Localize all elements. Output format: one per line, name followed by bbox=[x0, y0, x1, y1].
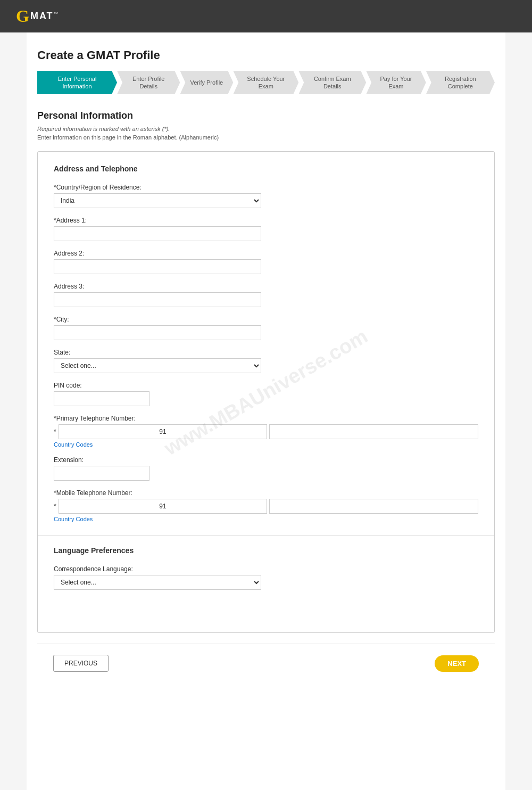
address3-input[interactable] bbox=[54, 292, 261, 307]
address-telephone-card: www.MBAUniverse.com Address and Telephon… bbox=[37, 151, 495, 633]
step-5: Confirm Exam Details bbox=[298, 71, 366, 94]
page-title: Create a GMAT Profile bbox=[37, 48, 495, 62]
logo-g: G bbox=[16, 6, 29, 26]
address2-group: Address 2: bbox=[54, 250, 478, 274]
country-group: *Country/Region of Residence: India bbox=[54, 184, 478, 208]
correspondence-select[interactable]: Select one... bbox=[54, 575, 261, 590]
step-6: Pay for Your Exam bbox=[366, 71, 426, 94]
country-select[interactable]: India bbox=[54, 193, 261, 208]
previous-button[interactable]: PREVIOUS bbox=[53, 655, 109, 672]
address1-input[interactable] bbox=[54, 226, 261, 241]
city-group: *City: bbox=[54, 316, 478, 340]
extension-group: Extension: bbox=[54, 456, 478, 481]
pin-label: PIN code: bbox=[54, 382, 478, 389]
mobile-phone-code[interactable] bbox=[59, 499, 268, 514]
language-section-title: Language Preferences bbox=[54, 546, 478, 555]
step-box-6[interactable]: Pay for Your Exam bbox=[366, 71, 426, 94]
step-1: Enter Personal Information bbox=[37, 71, 117, 94]
mobile-phone-group: *Mobile Telephone Number: * Country Code… bbox=[54, 489, 478, 522]
extension-label: Extension: bbox=[54, 456, 478, 464]
step-4: Schedule Your Exam bbox=[233, 71, 298, 94]
required-note: Required information is marked with an a… bbox=[37, 126, 495, 132]
primary-country-codes-link[interactable]: Country Codes bbox=[54, 441, 478, 448]
country-label: *Country/Region of Residence: bbox=[54, 184, 478, 191]
step-box-7[interactable]: Registration Complete bbox=[426, 71, 495, 94]
section-title: Personal Information bbox=[37, 110, 495, 121]
step-2: Enter Profile Details bbox=[117, 71, 180, 94]
step-3: Verify Profile bbox=[180, 71, 233, 94]
step-box-1[interactable]: Enter Personal Information bbox=[37, 71, 117, 94]
city-input[interactable] bbox=[54, 325, 261, 340]
pin-input[interactable] bbox=[54, 391, 149, 406]
primary-phone-asterisk: * bbox=[54, 428, 56, 435]
state-label: State: bbox=[54, 349, 478, 356]
mobile-country-codes-link[interactable]: Country Codes bbox=[54, 516, 478, 522]
address1-label: *Address 1: bbox=[54, 217, 478, 224]
logo: G MAT™ bbox=[16, 6, 60, 26]
header: G MAT™ bbox=[0, 0, 532, 32]
address-section-title: Address and Telephone bbox=[54, 164, 478, 173]
primary-phone-code[interactable] bbox=[59, 424, 268, 439]
bottom-bar: PREVIOUS NEXT bbox=[37, 644, 495, 682]
language-section: Language Preferences Correspondence Lang… bbox=[38, 535, 494, 620]
correspondence-group: Correspondence Language: Select one... bbox=[54, 565, 478, 590]
address1-group: *Address 1: bbox=[54, 217, 478, 241]
state-select[interactable]: Select one... bbox=[54, 358, 261, 373]
step-box-5[interactable]: Confirm Exam Details bbox=[298, 71, 366, 94]
primary-phone-label: *Primary Telephone Number: bbox=[54, 415, 478, 422]
extension-input[interactable] bbox=[54, 466, 149, 481]
mobile-phone-number[interactable] bbox=[269, 499, 478, 514]
main-container: Create a GMAT Profile Enter Personal Inf… bbox=[27, 32, 505, 790]
mobile-phone-row: * bbox=[54, 499, 478, 514]
correspondence-label: Correspondence Language: bbox=[54, 565, 478, 573]
address3-group: Address 3: bbox=[54, 283, 478, 307]
address2-label: Address 2: bbox=[54, 250, 478, 257]
step-box-3[interactable]: Verify Profile bbox=[180, 71, 233, 94]
address3-label: Address 3: bbox=[54, 283, 478, 290]
city-label: *City: bbox=[54, 316, 478, 323]
primary-phone-row: * bbox=[54, 424, 478, 439]
primary-phone-group: *Primary Telephone Number: * Country Cod… bbox=[54, 415, 478, 448]
address2-input[interactable] bbox=[54, 259, 261, 274]
roman-note: Enter information on this page in the Ro… bbox=[37, 134, 495, 141]
pin-group: PIN code: bbox=[54, 382, 478, 406]
state-group: State: Select one... bbox=[54, 349, 478, 373]
progress-steps: Enter Personal Information Enter Profile… bbox=[37, 71, 495, 94]
step-box-2[interactable]: Enter Profile Details bbox=[117, 71, 180, 94]
primary-phone-number[interactable] bbox=[269, 424, 478, 439]
logo-mat: MAT™ bbox=[30, 11, 60, 22]
mobile-phone-asterisk: * bbox=[54, 503, 56, 510]
next-button[interactable]: NEXT bbox=[435, 655, 479, 672]
step-box-4[interactable]: Schedule Your Exam bbox=[233, 71, 298, 94]
step-7: Registration Complete bbox=[426, 71, 495, 94]
mobile-phone-label: *Mobile Telephone Number: bbox=[54, 489, 478, 497]
